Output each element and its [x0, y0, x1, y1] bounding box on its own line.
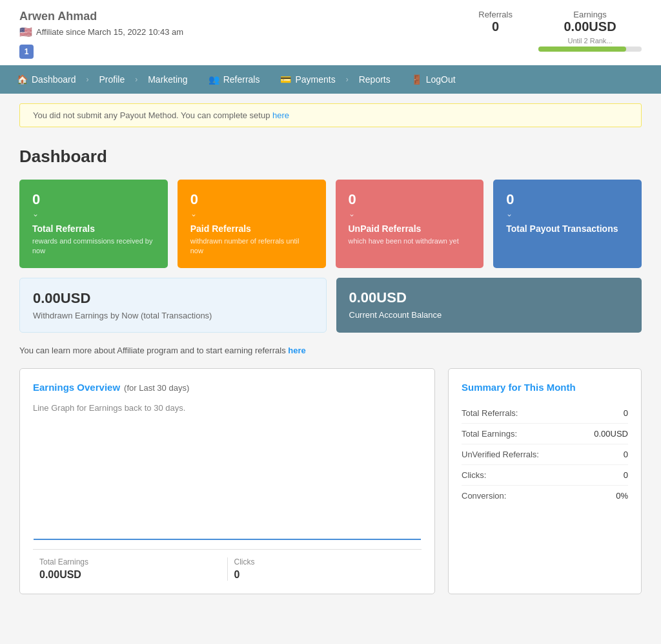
chevron-down-icon-3: ⌄ — [349, 209, 471, 218]
stat-card-total-referrals: 0 ⌄ Total Referrals rewards and commissi… — [19, 180, 168, 268]
chevron-down-icon: ⌄ — [32, 209, 155, 218]
earnings-footer: Total Earnings 0.00USD Clicks 0 — [33, 549, 422, 581]
flag-icon: 🇺🇸 — [19, 26, 32, 38]
nav-logout[interactable]: 🚪 LogOut — [401, 65, 466, 94]
chevron-down-icon-4: ⌄ — [506, 209, 629, 218]
bottom-grid: Earnings Overview (for Last 30 days) Lin… — [19, 368, 642, 594]
stats-grid: 0 ⌄ Total Referrals rewards and commissi… — [19, 180, 642, 268]
stat-card-payout-transactions: 0 ⌄ Total Payout Transactions — [493, 180, 642, 268]
stat-card-unpaid-referrals: 0 ⌄ UnPaid Referrals which have been not… — [336, 180, 484, 268]
nav-reports[interactable]: Reports — [349, 65, 401, 94]
earnings-graph — [33, 421, 422, 549]
payments-icon: 💳 — [280, 74, 291, 85]
alert-link[interactable]: here — [272, 110, 289, 120]
referrals-icon: 👥 — [208, 74, 219, 85]
summary-row-unverified-referrals: UnVerified Referrals: 0 — [462, 444, 628, 465]
progress-bar-wrap — [538, 47, 642, 52]
info-link[interactable]: here — [288, 346, 305, 355]
summary-card: Summary for This Month Total Referrals: … — [448, 368, 642, 594]
wide-grid: 0.00USD Withdrawn Earnings by Now (total… — [19, 278, 642, 333]
nav-dashboard[interactable]: 🏠 Dashboard — [6, 65, 86, 94]
home-icon: 🏠 — [17, 74, 28, 85]
chevron-down-icon-2: ⌄ — [190, 209, 313, 218]
alert-banner: You did not submit any Payout Method. Yo… — [19, 103, 642, 127]
summary-row-total-earnings: Total Earnings: 0.00USD — [462, 424, 628, 444]
referrals-stat: Referrals 0 — [478, 10, 513, 52]
page-title: Dashboard — [19, 147, 642, 167]
header-stats: Referrals 0 Earnings 0.00USD Until 2 Ran… — [478, 10, 642, 52]
withdrawn-earnings-card: 0.00USD Withdrawn Earnings by Now (total… — [19, 278, 327, 333]
summary-row-conversion: Conversion: 0% — [462, 486, 628, 506]
earnings-line-chart — [33, 439, 422, 543]
progress-bar-fill — [538, 47, 626, 52]
earnings-overview-card: Earnings Overview (for Last 30 days) Lin… — [19, 368, 435, 594]
summary-row-clicks: Clicks: 0 — [462, 465, 628, 486]
current-balance-card: 0.00USD Current Account Balance — [336, 278, 642, 333]
earnings-stat: Earnings 0.00USD Until 2 Rank... — [538, 10, 642, 52]
nav-referrals[interactable]: 👥 Referrals — [198, 65, 270, 94]
logout-icon: 🚪 — [411, 74, 422, 85]
rank-progress: Until 2 Rank... — [538, 37, 642, 52]
nav-marketing[interactable]: Marketing — [137, 65, 198, 94]
nav-profile[interactable]: Profile — [89, 65, 136, 94]
earnings-total: Total Earnings 0.00USD — [33, 557, 227, 581]
summary-rows: Total Referrals: 0 Total Earnings: 0.00U… — [462, 403, 628, 506]
summary-row-total-referrals: Total Referrals: 0 — [462, 403, 628, 424]
main-nav: 🏠 Dashboard › Profile › Marketing 👥 Refe… — [0, 65, 661, 94]
rank-badge: 1 — [19, 45, 34, 59]
earnings-clicks: Clicks 0 — [227, 557, 422, 581]
header: Arwen Ahmad 🇺🇸 Affiliate since March 15,… — [0, 0, 661, 65]
info-text: You can learn more about Affiliate progr… — [19, 346, 642, 355]
main-content: Dashboard 0 ⌄ Total Referrals rewards an… — [0, 137, 661, 614]
nav-payments[interactable]: 💳 Payments — [270, 65, 345, 94]
stat-card-paid-referrals: 0 ⌄ Paid Referrals withdrawn number of r… — [178, 180, 326, 268]
